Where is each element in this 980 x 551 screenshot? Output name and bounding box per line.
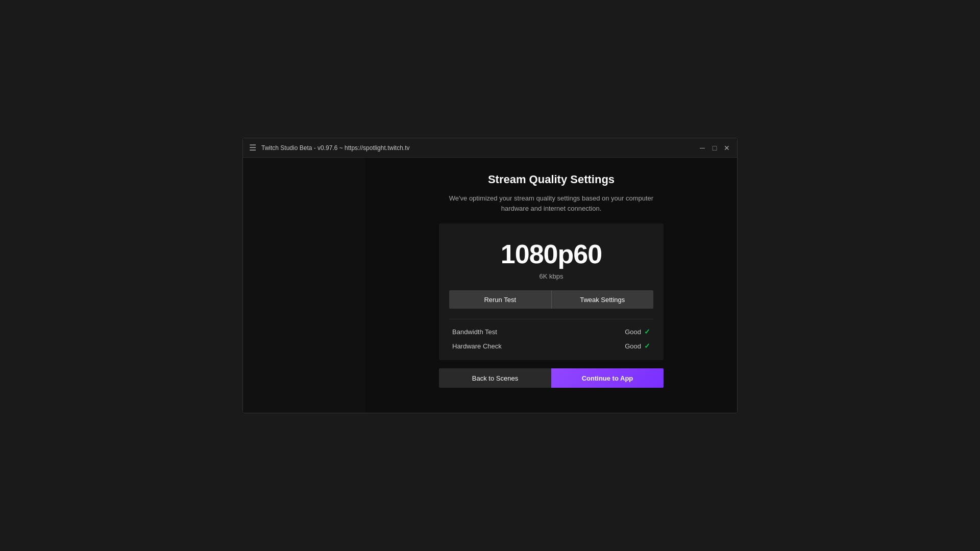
titlebar-left: ☰ Twitch Studio Beta - v0.97.6 ~ https:/… <box>249 143 409 153</box>
hardware-check-icon: ✓ <box>644 342 650 350</box>
titlebar: ☰ Twitch Studio Beta - v0.97.6 ~ https:/… <box>243 138 737 158</box>
menu-icon[interactable]: ☰ <box>249 143 256 153</box>
divider <box>449 319 653 319</box>
minimize-button[interactable]: ─ <box>698 144 706 152</box>
page-title: Stream Quality Settings <box>488 173 615 186</box>
page-subtitle: We've optimized your stream quality sett… <box>444 193 658 213</box>
resolution-display: 1080p60 <box>501 239 602 269</box>
hardware-status-text: Good <box>625 342 641 350</box>
bitrate-display: 6K kbps <box>540 272 564 280</box>
sidebar <box>243 158 365 413</box>
back-to-scenes-button[interactable]: Back to Scenes <box>439 368 551 388</box>
hardware-check-result: Good ✓ <box>625 342 650 350</box>
content-area: Stream Quality Settings We've optimized … <box>365 158 737 413</box>
window-body: Stream Quality Settings We've optimized … <box>243 158 737 413</box>
hardware-check-item: Hardware Check Good ✓ <box>449 342 653 350</box>
quality-card: 1080p60 6K kbps Rerun Test Tweak Setting… <box>439 223 664 360</box>
titlebar-title: Twitch Studio Beta - v0.97.6 ~ https://s… <box>261 144 409 152</box>
bottom-buttons: Back to Scenes Continue to App <box>439 368 664 388</box>
rerun-test-button[interactable]: Rerun Test <box>449 290 551 309</box>
tweak-settings-button[interactable]: Tweak Settings <box>551 290 654 309</box>
check-items: Bandwidth Test Good ✓ Hardware Check Goo… <box>449 328 653 350</box>
continue-to-app-button[interactable]: Continue to App <box>551 368 664 388</box>
close-button[interactable]: ✕ <box>723 144 731 152</box>
app-window: ☰ Twitch Studio Beta - v0.97.6 ~ https:/… <box>242 138 738 413</box>
bandwidth-check-icon: ✓ <box>644 328 650 336</box>
action-buttons: Rerun Test Tweak Settings <box>449 290 653 309</box>
bandwidth-check-result: Good ✓ <box>625 328 650 336</box>
bandwidth-status-text: Good <box>625 328 641 336</box>
titlebar-controls: ─ □ ✕ <box>698 144 731 152</box>
bandwidth-check-label: Bandwidth Test <box>452 328 497 336</box>
hardware-check-label: Hardware Check <box>452 342 502 350</box>
bandwidth-check-item: Bandwidth Test Good ✓ <box>449 328 653 336</box>
maximize-button[interactable]: □ <box>710 144 719 152</box>
